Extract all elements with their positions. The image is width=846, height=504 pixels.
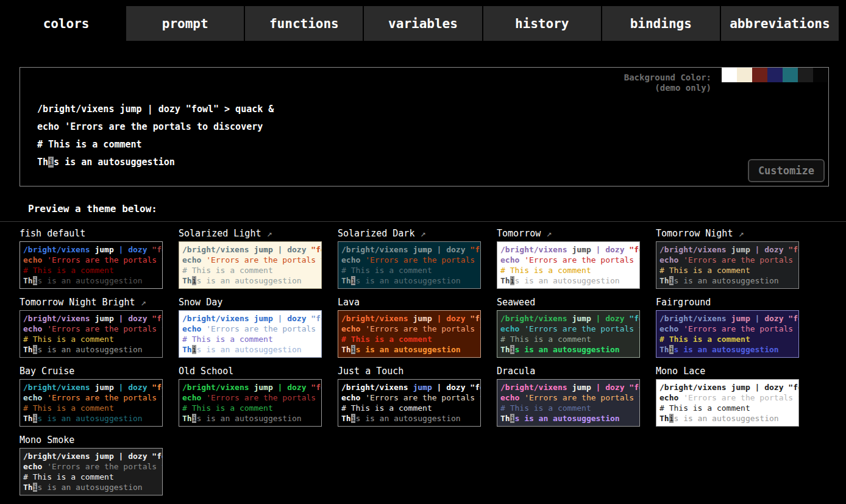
command-line: /bright/vixens jump | dozy "fowl" > quac… bbox=[659, 244, 795, 255]
echo-line: echo 'Errors are the portals to discover… bbox=[341, 324, 477, 334]
theme-name: Mono Smoke bbox=[20, 435, 163, 447]
echo-line: echo 'Errors are the portals to discover… bbox=[37, 118, 274, 136]
theme-card-snow-day: Snow Day/bright/vixens jump | dozy "fowl… bbox=[179, 297, 322, 358]
echo-line: echo 'Errors are the portals to discover… bbox=[23, 255, 159, 265]
command-line: /bright/vixens jump | dozy "fowl" > quac… bbox=[341, 382, 477, 392]
theme-preview[interactable]: /bright/vixens jump | dozy "fowl" > quac… bbox=[20, 379, 163, 427]
command-line: /bright/vixens jump | dozy "fowl" > quac… bbox=[500, 382, 636, 392]
theme-preview[interactable]: /bright/vixens jump | dozy "fowl" > quac… bbox=[20, 241, 163, 289]
theme-preview[interactable]: /bright/vixens jump | dozy "fowl" > quac… bbox=[20, 310, 163, 358]
autosuggestion-line: This is an autosuggestion bbox=[659, 413, 795, 424]
theme-preview[interactable]: /bright/vixens jump | dozy "fowl" > quac… bbox=[338, 310, 481, 358]
comment-line: # This is a comment bbox=[341, 265, 477, 275]
command-line: /bright/vixens jump | dozy "fowl" > quac… bbox=[23, 313, 159, 324]
command-line: /bright/vixens jump | dozy "fowl" > quac… bbox=[659, 382, 795, 392]
tab-bindings[interactable]: bindings bbox=[602, 6, 720, 41]
autosuggestion-line: This is an autosuggestion bbox=[37, 154, 274, 171]
command-line: /bright/vixens jump | dozy "fowl" > quac… bbox=[341, 244, 477, 255]
theme-card-fairground: Fairground/bright/vixens jump | dozy "fo… bbox=[656, 297, 799, 358]
tab-abbreviations[interactable]: abbreviations bbox=[721, 6, 839, 41]
echo-line: echo 'Errors are the portals to discover… bbox=[23, 392, 159, 403]
theme-preview[interactable]: /bright/vixens jump | dozy "fowl" > quac… bbox=[338, 241, 481, 289]
comment-line: # This is a comment bbox=[23, 472, 159, 482]
autosuggestion-line: This is an autosuggestion bbox=[23, 275, 159, 286]
comment-line: # This is a comment bbox=[659, 403, 795, 413]
tab-history[interactable]: history bbox=[483, 6, 601, 41]
external-link-icon[interactable]: ↗ bbox=[414, 228, 425, 239]
tab-bar: colorspromptfunctionsvariableshistorybin… bbox=[0, 0, 846, 41]
demo-only-label: (demo only) bbox=[624, 83, 711, 93]
text-cursor: i bbox=[48, 157, 54, 168]
tab-functions[interactable]: functions bbox=[245, 6, 363, 41]
echo-line: echo 'Errors are the portals to discover… bbox=[659, 392, 795, 403]
tab-colors[interactable]: colors bbox=[7, 6, 125, 41]
theme-card-old-school: Old School/bright/vixens jump | dozy "fo… bbox=[179, 366, 322, 427]
theme-preview[interactable]: /bright/vixens jump | dozy "fowl" > quac… bbox=[179, 379, 322, 427]
external-link-icon[interactable]: ↗ bbox=[541, 228, 552, 239]
comment-line: # This is a comment bbox=[23, 403, 159, 413]
background-swatch-6[interactable] bbox=[813, 68, 828, 82]
external-link-icon[interactable]: ↗ bbox=[733, 228, 744, 239]
background-swatch-2[interactable] bbox=[752, 68, 767, 82]
theme-card-just-a-touch: Just a Touch/bright/vixens jump | dozy "… bbox=[338, 366, 481, 427]
theme-name: Seaweed bbox=[497, 297, 640, 309]
theme-preview[interactable]: /bright/vixens jump | dozy "fowl" > quac… bbox=[656, 241, 799, 289]
theme-preview[interactable]: /bright/vixens jump | dozy "fowl" > quac… bbox=[497, 241, 640, 289]
theme-name: Snow Day bbox=[179, 297, 322, 309]
theme-name: Solarized Dark ↗ bbox=[338, 228, 481, 240]
theme-name: Mono Lace bbox=[656, 366, 799, 378]
background-swatch-5[interactable] bbox=[798, 68, 813, 82]
theme-preview[interactable]: /bright/vixens jump | dozy "fowl" > quac… bbox=[656, 379, 799, 427]
theme-card-tomorrow: Tomorrow ↗/bright/vixens jump | dozy "fo… bbox=[497, 228, 640, 289]
theme-preview[interactable]: /bright/vixens jump | dozy "fowl" > quac… bbox=[20, 448, 163, 495]
theme-preview[interactable]: /bright/vixens jump | dozy "fowl" > quac… bbox=[179, 310, 322, 358]
echo-line: echo 'Errors are the portals to discover… bbox=[659, 324, 795, 334]
external-link-icon[interactable]: ↗ bbox=[261, 228, 272, 239]
tab-prompt[interactable]: prompt bbox=[126, 6, 244, 41]
tab-variables[interactable]: variables bbox=[364, 6, 482, 41]
theme-card-solarized-dark: Solarized Dark ↗/bright/vixens jump | do… bbox=[338, 228, 481, 289]
theme-preview[interactable]: /bright/vixens jump | dozy "fowl" > quac… bbox=[179, 241, 322, 289]
theme-name: Bay Cruise bbox=[20, 366, 163, 378]
comment-line: # This is a comment bbox=[500, 265, 636, 275]
background-swatch-1[interactable] bbox=[737, 68, 752, 82]
background-color-label-text: Background Color: bbox=[624, 73, 711, 83]
comment-line: # This is a comment bbox=[182, 265, 318, 275]
theme-card-mono-smoke: Mono Smoke/bright/vixens jump | dozy "fo… bbox=[20, 435, 163, 495]
autosuggestion-line: This is an autosuggestion bbox=[500, 413, 636, 424]
command-line: /bright/vixens jump | dozy "fowl" > quac… bbox=[500, 244, 636, 255]
theme-name: fish default bbox=[20, 228, 163, 240]
theme-name: Tomorrow Night Bright ↗ bbox=[20, 297, 163, 309]
swatch-row bbox=[722, 68, 828, 82]
echo-line: echo 'Errors are the portals to discover… bbox=[341, 255, 477, 265]
command-line: /bright/vixens jump | dozy "fowl" > quac… bbox=[182, 313, 318, 324]
command-line: /bright/vixens jump | dozy "fowl" > quac… bbox=[341, 313, 477, 324]
comment-line: # This is a comment bbox=[500, 334, 636, 344]
command-line: /bright/vixens jump | dozy "fowl" > quac… bbox=[182, 244, 318, 255]
theme-name: Fairground bbox=[656, 297, 799, 309]
background-swatch-3[interactable] bbox=[767, 68, 783, 82]
command-line: /bright/vixens jump | dozy "fowl" > quac… bbox=[37, 101, 274, 118]
theme-preview[interactable]: /bright/vixens jump | dozy "fowl" > quac… bbox=[656, 310, 799, 358]
autosuggestion-line: This is an autosuggestion bbox=[182, 344, 318, 355]
echo-line: echo 'Errors are the portals to discover… bbox=[182, 255, 318, 265]
autosuggestion-line: This is an autosuggestion bbox=[341, 275, 477, 286]
command-line: /bright/vixens jump | dozy "fowl" > quac… bbox=[23, 451, 159, 461]
color-preview-panel: /bright/vixens jump | dozy "fowl" > quac… bbox=[20, 67, 829, 186]
comment-line: # This is a comment bbox=[23, 334, 159, 344]
theme-name: Dracula bbox=[497, 366, 640, 378]
background-swatch-4[interactable] bbox=[783, 68, 798, 82]
customize-button[interactable]: Customize bbox=[748, 159, 825, 182]
comment-line: # This is a comment bbox=[659, 334, 795, 344]
theme-preview[interactable]: /bright/vixens jump | dozy "fowl" > quac… bbox=[497, 379, 640, 427]
echo-line: echo 'Errors are the portals to discover… bbox=[659, 255, 795, 265]
theme-card-mono-lace: Mono Lace/bright/vixens jump | dozy "fow… bbox=[656, 366, 799, 427]
external-link-icon[interactable]: ↗ bbox=[135, 297, 146, 308]
theme-preview[interactable]: /bright/vixens jump | dozy "fowl" > quac… bbox=[338, 379, 481, 427]
theme-name: Tomorrow Night ↗ bbox=[656, 228, 799, 240]
theme-name: Lava bbox=[338, 297, 481, 309]
theme-preview[interactable]: /bright/vixens jump | dozy "fowl" > quac… bbox=[497, 310, 640, 358]
command-line: /bright/vixens jump | dozy "fowl" > quac… bbox=[182, 382, 318, 392]
theme-card-tomorrow-night-bright: Tomorrow Night Bright ↗/bright/vixens ju… bbox=[20, 297, 163, 358]
background-swatch-0[interactable] bbox=[722, 68, 737, 82]
